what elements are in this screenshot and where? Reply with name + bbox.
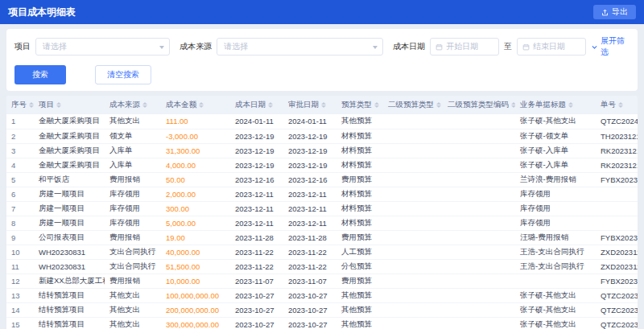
table-row[interactable]: 4金融大厦采购项目入库单4,000.002023-12-192023-12-19…	[6, 158, 638, 172]
column-header-label: 二级预算类型	[388, 100, 434, 109]
table-row[interactable]: 11WH20230831支出合同执行51,500.002023-11-22202…	[6, 259, 638, 273]
table-row[interactable]: 8房建一顺项目库存领用5,000.002023-12-112023-12-11材…	[6, 216, 638, 230]
cell-doc-no: ZXD20231122001	[596, 259, 638, 273]
table-row[interactable]: 6房建一顺项目库存领用2,000.002023-12-112023-12-11材…	[6, 187, 638, 201]
cell-budget-type: 材料预算	[336, 201, 383, 216]
cell-approve-date: 2023-11-22	[283, 245, 336, 259]
cell-approve-date: 2023-12-19	[283, 158, 336, 172]
sort-icon[interactable]	[568, 102, 573, 108]
cell-sub-budget-code	[443, 143, 515, 158]
sort-icon[interactable]	[618, 102, 623, 108]
column-header-project[interactable]: 项目	[34, 96, 105, 114]
cell-cost-date: 2023-10-27	[230, 317, 283, 329]
cell-index: 10	[6, 245, 34, 259]
cell-sub-budget-code	[443, 288, 515, 302]
table-body: 1金融大厦采购项目其他支出111.002024-01-112024-01-11其…	[6, 114, 638, 329]
cell-doc-title: 库存领用	[515, 201, 596, 216]
cell-doc-no: QTZC20231027002	[596, 317, 638, 329]
sort-icon[interactable]	[268, 102, 273, 108]
sort-icon[interactable]	[29, 102, 34, 108]
cell-cost-date: 2023-11-22	[230, 259, 283, 273]
calendar-icon	[436, 43, 443, 51]
export-button-label: 导出	[612, 7, 628, 17]
column-header-sub-budget-type[interactable]: 二级预算类型	[383, 96, 443, 114]
cell-sub-budget-type	[383, 317, 443, 329]
cell-budget-type: 其他预算	[336, 288, 383, 302]
sort-icon[interactable]	[511, 102, 515, 108]
cell-approve-date: 2023-12-11	[283, 201, 336, 216]
project-select[interactable]: 请选择	[35, 38, 170, 56]
column-header-sub-budget-code[interactable]: 二级预算类型编码	[443, 96, 515, 114]
cell-budget-type: 材料预算	[336, 143, 383, 158]
column-header-label: 单号	[601, 100, 616, 109]
cell-amount: 200,000,000.00	[161, 302, 230, 317]
table-row[interactable]: 2金融大厦采购项目领支单-3,000.002023-12-192023-12-1…	[6, 129, 638, 143]
start-date-input[interactable]: 开始日期	[430, 38, 499, 56]
table-row[interactable]: 7房建一顺项目库存领用300.002023-12-112023-12-11材料预…	[6, 201, 638, 216]
cell-budget-type: 材料预算	[336, 187, 383, 201]
column-header-amount[interactable]: 成本金额	[161, 96, 230, 114]
cost-detail-table-card: 序号项目成本来源成本金额成本日期审批日期预算类型二级预算类型二级预算类型编码业务…	[6, 96, 638, 329]
column-header-cost-date[interactable]: 成本日期	[230, 96, 283, 114]
cell-budget-type: 费用预算	[336, 172, 383, 187]
cell-project: WH20230831	[34, 259, 105, 273]
cell-doc-no: RK20231219003	[596, 143, 638, 158]
column-header-doc-title[interactable]: 业务单据标题	[515, 96, 596, 114]
sort-icon[interactable]	[321, 102, 326, 108]
export-button[interactable]: 导出	[593, 5, 636, 19]
table-row[interactable]: 10WH20230831支出合同执行40,000.002023-11-22202…	[6, 245, 638, 259]
cell-index: 4	[6, 158, 34, 172]
column-header-approve-date[interactable]: 审批日期	[283, 96, 336, 114]
cell-doc-no: QTZC20231027002	[596, 288, 638, 302]
cell-project: 房建一顺项目	[34, 201, 105, 216]
filter-panel: 项目 请选择 成本来源 请选择 成本日期 开始日期 至	[6, 29, 638, 91]
column-header-doc-no[interactable]: 单号	[596, 96, 638, 114]
cell-source: 其他支出	[105, 288, 161, 302]
table-row[interactable]: 1金融大厦采购项目其他支出111.002024-01-112024-01-11其…	[6, 114, 638, 129]
cell-doc-title: 王浩-支出合同执行	[515, 259, 596, 273]
table-row[interactable]: 13结转预算项目其他支出100,000,000.002023-10-272023…	[6, 288, 638, 302]
sort-icon[interactable]	[199, 102, 204, 108]
cell-cost-date: 2023-12-19	[230, 158, 283, 172]
cell-sub-budget-type	[383, 302, 443, 317]
column-header-index[interactable]: 序号	[6, 96, 34, 114]
cell-amount: 40,000.00	[161, 245, 230, 259]
cell-source: 其他支出	[105, 317, 161, 329]
sort-icon[interactable]	[374, 102, 379, 108]
sort-icon[interactable]	[142, 102, 147, 108]
cell-index: 13	[6, 288, 34, 302]
cell-sub-budget-type	[383, 158, 443, 172]
table-row[interactable]: 3金融大厦采购项目入库单31,300.002023-12-192023-12-1…	[6, 143, 638, 158]
cell-index: 11	[6, 259, 34, 273]
table-row[interactable]: 5和平饭店费用报销50.002023-12-162023-12-16费用预算兰诗…	[6, 172, 638, 187]
end-date-input[interactable]: 结束日期	[517, 38, 586, 56]
cell-approve-date: 2023-11-07	[283, 273, 336, 288]
sort-icon[interactable]	[56, 102, 61, 108]
page-title: 项目成本明细表	[8, 6, 76, 19]
cell-approve-date: 2024-01-11	[283, 114, 336, 129]
source-select[interactable]: 请选择	[217, 38, 383, 56]
cell-approve-date: 2023-12-19	[283, 129, 336, 143]
table-row[interactable]: 9公司报表项目费用报销19.002023-11-282023-11-28费用预算…	[6, 230, 638, 245]
cell-sub-budget-code	[443, 187, 515, 201]
cell-project: 结转预算项目	[34, 288, 105, 302]
cell-sub-budget-code	[443, 129, 515, 143]
project-select-placeholder: 请选择	[43, 41, 67, 52]
column-header-source[interactable]: 成本来源	[105, 96, 161, 114]
expand-filters-link[interactable]: 展开筛选	[591, 35, 628, 58]
cell-index: 1	[6, 114, 34, 129]
cell-index: 7	[6, 201, 34, 216]
cell-source: 其他支出	[105, 114, 161, 129]
table-row[interactable]: 12新建XX总部大厦工程二期费用报销10,000.002023-11-07202…	[6, 273, 638, 288]
column-header-budget-type[interactable]: 预算类型	[336, 96, 383, 114]
cell-doc-title: 兰诗浪-费用报销	[515, 172, 596, 187]
search-button[interactable]: 搜索	[14, 65, 66, 84]
table-row[interactable]: 15结转预算项目其他支出300,000,000.002023-10-272023…	[6, 317, 638, 329]
cell-amount: -3,000.00	[161, 129, 230, 143]
cell-source: 费用报销	[105, 172, 161, 187]
clear-search-button[interactable]: 清空搜索	[95, 65, 151, 84]
sort-icon[interactable]	[436, 102, 441, 108]
cell-cost-date: 2023-11-28	[230, 230, 283, 245]
table-row[interactable]: 14结转预算项目其他支出200,000,000.002023-10-272023…	[6, 302, 638, 317]
cell-project: 和平饭店	[34, 172, 105, 187]
